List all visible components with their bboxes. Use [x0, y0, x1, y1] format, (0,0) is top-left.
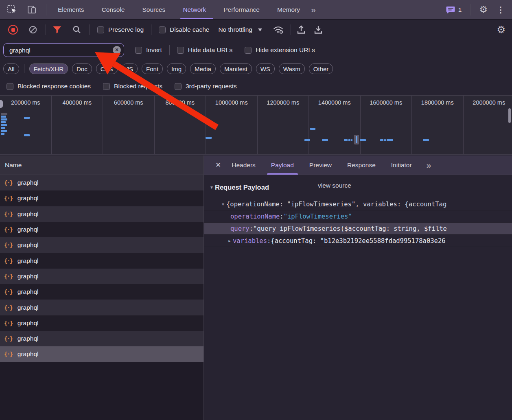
hide-data-urls-label: Hide data URLs [188, 46, 232, 54]
checkbox[interactable] [245, 47, 252, 54]
view-source-link[interactable]: view source [318, 182, 351, 189]
timeline-scrollbar-thumb[interactable] [508, 108, 511, 123]
request-row[interactable]: {·}graphql [0, 346, 203, 362]
waterfall-bar [1, 116, 6, 118]
network-conditions-icon[interactable] [273, 25, 284, 35]
request-row[interactable]: {·}graphql [0, 284, 203, 300]
disable-cache-label: Disable cache [170, 26, 209, 33]
timeline-column: 1200000 ms [258, 96, 309, 154]
request-name: graphql [18, 195, 39, 202]
filter-chip-manifest[interactable]: Manifest [220, 63, 252, 74]
tab-sources[interactable]: Sources [142, 0, 166, 19]
request-name: graphql [18, 257, 39, 265]
invert-checkbox[interactable]: Invert [135, 46, 162, 54]
filter-chip-media[interactable]: Media [190, 63, 216, 74]
request-row[interactable]: {·}graphql [0, 315, 203, 331]
name-column-header[interactable]: Name [0, 155, 204, 175]
export-har-icon[interactable] [314, 25, 323, 35]
issues-icon[interactable] [446, 6, 455, 14]
waterfall-bar [387, 139, 393, 141]
filter-chip-font[interactable]: Font [142, 63, 163, 74]
timeline-left-handle[interactable] [0, 100, 3, 108]
network-overview-timeline[interactable]: 200000 ms400000 ms600000 ms800000 ms1000… [0, 95, 512, 155]
tab-elements[interactable]: Elements [58, 0, 84, 19]
blocked-response-cookies-checkbox[interactable]: Blocked response cookies [7, 83, 91, 90]
waterfall-bar [1, 124, 7, 126]
tab-performance[interactable]: Performance [223, 0, 260, 19]
preserve-log-checkbox[interactable]: Preserve log [97, 26, 144, 33]
request-row[interactable]: {·}graphql [0, 331, 203, 346]
hide-extension-urls-checkbox[interactable]: Hide extension URLs [245, 46, 315, 54]
json-request-icon: {·} [4, 273, 13, 280]
checkbox[interactable] [177, 47, 184, 54]
clear-network-log-icon[interactable] [28, 25, 37, 34]
inspect-element-icon[interactable] [7, 4, 18, 15]
filter-chip-css[interactable]: CSS [96, 63, 118, 74]
request-row[interactable]: {·}graphql [0, 206, 203, 222]
hide-data-urls-checkbox[interactable]: Hide data URLs [177, 46, 232, 54]
collapse-triangle-icon[interactable]: ▶ [226, 235, 233, 247]
filter-chip-doc[interactable]: Doc [72, 63, 92, 74]
device-toolbar-icon[interactable] [26, 5, 37, 15]
detail-tab-headers[interactable]: Headers [232, 155, 256, 175]
request-row[interactable]: {·}graphql [0, 222, 203, 237]
detail-tab-preview[interactable]: Preview [309, 155, 332, 175]
filter-chip-img[interactable]: Img [167, 63, 186, 74]
request-row[interactable]: {·}graphql [0, 175, 203, 190]
detail-tab-payload[interactable]: Payload [271, 155, 294, 175]
filter-chip-ws[interactable]: WS [256, 63, 275, 74]
filter-chip-fetch-xhr[interactable]: Fetch/XHR [29, 63, 68, 74]
collapse-triangle-icon[interactable]: ▼ [208, 185, 215, 190]
devtools-window: ElementsConsoleSourcesNetworkPerformance… [0, 0, 512, 420]
blocked-requests-checkbox[interactable]: Blocked requests [103, 83, 162, 90]
payload-tree-row[interactable]: query: "query ipFlowTimeseries($accountT… [204, 223, 512, 235]
checkbox[interactable] [159, 26, 166, 33]
checkbox[interactable] [175, 83, 182, 90]
request-row[interactable]: {·}graphql [0, 300, 203, 315]
request-row[interactable]: {·}graphql [0, 269, 203, 284]
tab-console[interactable]: Console [102, 0, 125, 19]
throttling-dropdown[interactable]: No throttling [218, 26, 262, 33]
disable-cache-checkbox[interactable]: Disable cache [159, 26, 209, 33]
clear-filter-icon[interactable]: ✕ [113, 46, 121, 54]
expand-triangle-icon[interactable]: ▼ [220, 198, 226, 210]
filter-funnel-icon[interactable] [53, 26, 62, 34]
detail-tab-initiator[interactable]: Initiator [391, 155, 412, 175]
record-network-log-button[interactable] [8, 25, 18, 35]
detail-tab-response[interactable]: Response [347, 155, 376, 175]
request-row[interactable]: {·}graphql [0, 190, 203, 206]
request-name: graphql [18, 319, 39, 327]
filter-input[interactable] [9, 44, 112, 57]
more-detail-tabs-icon[interactable]: » [427, 160, 431, 170]
checkbox[interactable] [135, 47, 142, 54]
search-icon[interactable] [72, 25, 81, 34]
kebab-menu-icon[interactable]: ⋮ [497, 5, 505, 15]
checkbox[interactable] [103, 83, 110, 90]
filter-chip-wasm[interactable]: Wasm [279, 63, 305, 74]
checkbox[interactable] [97, 26, 104, 33]
import-har-icon[interactable] [297, 25, 306, 35]
close-icon[interactable]: ✕ [215, 161, 221, 169]
waterfall-bar-gray [1, 113, 7, 115]
issues-count[interactable]: 1 [458, 6, 462, 13]
settings-gear-icon[interactable]: ⚙ [479, 5, 488, 14]
request-payload-title: Request Payload [215, 184, 269, 191]
request-row[interactable]: {·}graphql [0, 253, 203, 268]
payload-tree-row[interactable]: ▶variables: {accountTag: "b12e3b2192ee55… [204, 235, 512, 247]
more-tabs-icon[interactable]: » [311, 5, 315, 15]
payload-tree-row[interactable]: ▼{operationName: "ipFlowTimeseries", var… [204, 198, 512, 210]
waterfall-selected-marker [356, 136, 357, 143]
hide-extension-urls-label: Hide extension URLs [256, 46, 315, 54]
payload-text-segment: operationName [230, 210, 280, 223]
waterfall-bar [322, 139, 328, 141]
3rd-party-requests-checkbox[interactable]: 3rd-party requests [175, 83, 237, 90]
tab-network[interactable]: Network [183, 0, 206, 19]
checkbox[interactable] [7, 83, 13, 90]
network-settings-gear-icon[interactable]: ⚙ [497, 25, 505, 35]
filter-chip-js[interactable]: JS [122, 63, 138, 74]
tab-memory[interactable]: Memory [277, 0, 300, 19]
filter-chip-other[interactable]: Other [309, 63, 333, 74]
filter-chip-all[interactable]: All [3, 63, 19, 74]
request-row[interactable]: {·}graphql [0, 237, 203, 253]
payload-tree-row[interactable]: operationName: "ipFlowTimeseries" [204, 210, 512, 223]
